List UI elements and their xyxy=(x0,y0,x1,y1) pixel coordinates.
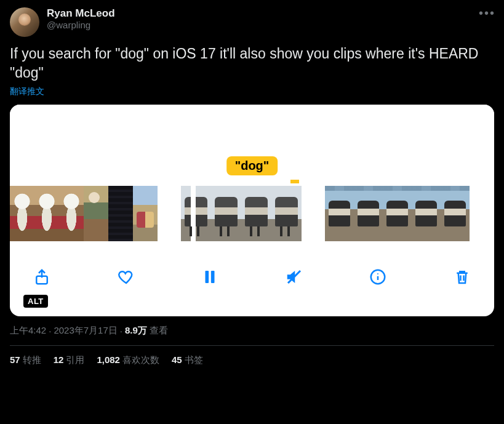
more-icon[interactable]: ••• xyxy=(479,6,495,20)
svg-rect-1 xyxy=(206,271,209,283)
clip-group-1 xyxy=(10,186,158,241)
clip-group-2 xyxy=(181,186,302,241)
stat-number: 1,082 xyxy=(97,354,120,365)
video-timeline[interactable] xyxy=(10,186,494,241)
timeline-thumb[interactable] xyxy=(412,186,441,241)
stat-number: 12 xyxy=(54,354,64,365)
timeline-thumb[interactable] xyxy=(108,186,133,241)
tweet-media[interactable]: "dog" xyxy=(10,105,494,316)
stat-label: 转推 xyxy=(23,354,41,365)
timeline-thumb[interactable] xyxy=(354,186,383,241)
tweet-meta: 上午4:42 · 2023年7月17日 · 8.9万 查看 xyxy=(10,325,494,337)
share-icon[interactable] xyxy=(32,267,52,287)
stat-label: 书签 xyxy=(185,354,203,365)
timeline-thumb[interactable] xyxy=(59,186,84,241)
timeline-thumb[interactable] xyxy=(383,186,412,241)
clip-group-3 xyxy=(325,186,470,241)
search-chip: "dog" xyxy=(226,156,278,175)
user-names[interactable]: Ryan McLeod @warpling xyxy=(47,7,115,30)
mute-icon[interactable] xyxy=(284,267,304,287)
user-handle: @warpling xyxy=(47,20,115,30)
stat-number: 45 xyxy=(172,354,182,365)
avatar[interactable] xyxy=(10,7,39,37)
meta-sep: · xyxy=(49,326,51,336)
stat-likes[interactable]: 1,082喜欢次数 xyxy=(97,354,159,366)
tweet-stats: 57转推 12引用 1,082喜欢次数 45书签 xyxy=(10,346,494,366)
svg-point-6 xyxy=(377,273,378,274)
timeline-thumb[interactable] xyxy=(181,186,211,241)
display-name: Ryan McLeod xyxy=(47,7,115,20)
stat-label: 喜欢次数 xyxy=(122,354,159,365)
views-label: 查看 xyxy=(150,325,168,337)
clip-gap xyxy=(302,186,325,241)
timeline-thumb[interactable] xyxy=(271,186,302,241)
tweet-time[interactable]: 上午4:42 xyxy=(10,325,46,337)
stat-number: 57 xyxy=(10,354,20,365)
stat-retweets[interactable]: 57转推 xyxy=(10,354,41,366)
tweet-container: ••• Ryan McLeod @warpling If you search … xyxy=(0,0,504,374)
timeline-thumb[interactable] xyxy=(441,186,470,241)
timeline-thumb[interactable] xyxy=(84,186,108,241)
timeline-thumb[interactable] xyxy=(34,186,59,241)
translate-link[interactable]: 翻译推文 xyxy=(10,86,494,97)
timeline-thumb[interactable] xyxy=(133,186,158,241)
alt-badge[interactable]: ALT xyxy=(23,295,48,308)
heart-icon[interactable] xyxy=(116,267,136,287)
svg-rect-2 xyxy=(211,271,215,283)
search-chip-marker xyxy=(290,180,299,183)
trash-icon[interactable] xyxy=(452,267,472,287)
stat-bookmarks[interactable]: 45书签 xyxy=(172,354,203,366)
tweet-text: If you search for "dog" on iOS 17 it'll … xyxy=(10,44,494,82)
stat-quotes[interactable]: 12引用 xyxy=(54,354,85,366)
pause-icon[interactable] xyxy=(200,267,220,287)
tweet-date[interactable]: 2023年7月17日 xyxy=(54,325,117,337)
info-icon[interactable] xyxy=(368,267,388,287)
timeline-thumb[interactable] xyxy=(10,186,34,241)
timeline-thumb[interactable] xyxy=(325,186,354,241)
views-count: 8.9万 xyxy=(125,325,147,337)
tweet-header: Ryan McLeod @warpling xyxy=(10,7,494,37)
media-toolbar xyxy=(10,249,494,316)
timeline-thumb[interactable] xyxy=(241,186,271,241)
stat-label: 引用 xyxy=(66,354,84,365)
playhead[interactable] xyxy=(192,186,194,241)
timeline-thumb[interactable] xyxy=(211,186,241,241)
meta-sep: · xyxy=(120,326,122,336)
clip-gap xyxy=(158,186,181,241)
